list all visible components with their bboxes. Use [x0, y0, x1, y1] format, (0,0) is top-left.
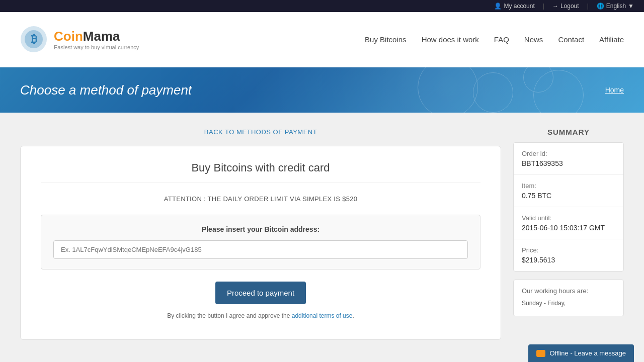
- header: ₿ CoinMama Easiest way to buy virtual cu…: [0, 12, 644, 67]
- back-to-methods-link[interactable]: BACK TO METHODS OF PAYMENT: [204, 128, 317, 136]
- summary-valid-until: Valid until: 2015-06-10 15:03:17 GMT: [514, 207, 623, 239]
- working-hours-title: Our working hours are:: [522, 287, 615, 295]
- terms-text: By clicking the button I agree and appro…: [41, 312, 480, 319]
- payment-card: Buy Bitcoins with credit card ATTENTION …: [20, 146, 501, 340]
- main-content: BACK TO METHODS OF PAYMENT Buy Bitcoins …: [0, 113, 644, 355]
- chat-label: Offline - Leave a message: [549, 349, 626, 355]
- summary-order-id: Order id: BBT1639353: [514, 143, 623, 175]
- address-label: Please insert your Bitcoin address:: [53, 225, 468, 233]
- left-section: BACK TO METHODS OF PAYMENT Buy Bitcoins …: [20, 128, 501, 340]
- bitcoin-address-input[interactable]: [53, 240, 468, 259]
- summary-price: Price: $219.5613: [514, 239, 623, 271]
- logo-icon: ₿: [20, 26, 48, 53]
- page-title: Choose a method of payment: [20, 82, 192, 98]
- chat-icon: [536, 350, 545, 355]
- nav-news[interactable]: News: [524, 35, 543, 44]
- banner-decoration: [392, 67, 594, 113]
- logout-icon: →: [552, 3, 558, 10]
- globe-icon: 🌐: [597, 3, 604, 10]
- svg-text:₿: ₿: [31, 33, 37, 45]
- logo-tagline: Easiest way to buy virtual currency: [54, 44, 139, 50]
- person-icon: 👤: [494, 3, 502, 10]
- top-bar: 👤 My account | → Logout | 🌐 English ▼: [0, 0, 644, 12]
- working-hours: Our working hours are: Sunday - Friday,: [513, 280, 624, 316]
- logo[interactable]: ₿ CoinMama Easiest way to buy virtual cu…: [20, 26, 139, 53]
- back-link-container: BACK TO METHODS OF PAYMENT: [20, 128, 501, 136]
- nav-contact[interactable]: Contact: [558, 35, 584, 44]
- working-hours-row1: Sunday - Friday,: [522, 300, 615, 307]
- main-nav: Buy Bitcoins How does it work FAQ News C…: [365, 35, 624, 44]
- nav-buy-bitcoins[interactable]: Buy Bitcoins: [365, 35, 407, 44]
- nav-how-it-works[interactable]: How does it work: [422, 35, 479, 44]
- attention-text: ATTENTION : THE DAILY ORDER LIMIT VIA SI…: [41, 195, 480, 203]
- chat-widget[interactable]: Offline - Leave a message: [528, 344, 634, 355]
- chevron-down-icon: ▼: [628, 3, 634, 10]
- logo-text: CoinMama Easiest way to buy virtual curr…: [54, 29, 139, 50]
- payment-card-title: Buy Bitcoins with credit card: [41, 161, 480, 183]
- nav-affiliate[interactable]: Affiliate: [599, 35, 624, 44]
- summary-item: Item: 0.75 BTC: [514, 175, 623, 207]
- address-box: Please insert your Bitcoin address:: [41, 215, 480, 269]
- breadcrumb-home[interactable]: Home: [605, 86, 624, 94]
- logout-link[interactable]: → Logout: [552, 3, 579, 10]
- language-selector[interactable]: 🌐 English ▼: [597, 3, 634, 10]
- hero-banner: Choose a method of payment Home: [0, 67, 644, 113]
- terms-link[interactable]: additional terms of use: [292, 312, 353, 319]
- summary-title: SUMMARY: [513, 128, 624, 136]
- summary-card: Order id: BBT1639353 Item: 0.75 BTC Vali…: [513, 142, 624, 272]
- proceed-to-payment-button[interactable]: Proceed to payment: [215, 282, 306, 304]
- logo-name: CoinMama: [54, 29, 139, 44]
- my-account-link[interactable]: 👤 My account: [494, 3, 534, 10]
- summary-sidebar: SUMMARY Order id: BBT1639353 Item: 0.75 …: [513, 128, 624, 340]
- nav-faq[interactable]: FAQ: [494, 35, 509, 44]
